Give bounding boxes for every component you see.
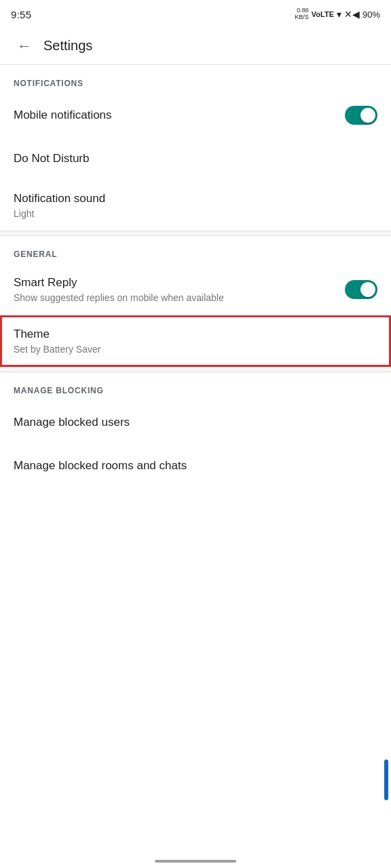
notifications-general-divider bbox=[0, 231, 391, 236]
general-section-header: GENERAL bbox=[0, 236, 391, 264]
back-button[interactable]: ← bbox=[11, 33, 38, 60]
back-arrow-icon: ← bbox=[17, 37, 32, 55]
notifications-section-header: NOTIFICATIONS bbox=[0, 65, 391, 94]
theme-title: Theme bbox=[14, 327, 377, 342]
mobile-notifications-content: Mobile notifications bbox=[14, 108, 345, 123]
smart-reply-toggle[interactable] bbox=[345, 280, 377, 299]
theme-subtitle: Set by Battery Saver bbox=[14, 343, 377, 355]
smart-reply-item[interactable]: Smart Reply Show suggested replies on mo… bbox=[0, 264, 391, 315]
smart-reply-content: Smart Reply Show suggested replies on mo… bbox=[14, 275, 345, 304]
manage-blocked-users-item[interactable]: Manage blocked users bbox=[0, 401, 391, 444]
status-icons: 0.86 KB/S VoLTE ▾ ✕◀ 90% bbox=[295, 7, 380, 21]
toggle-knob bbox=[360, 108, 375, 123]
notification-sound-subtitle: Light bbox=[14, 208, 377, 220]
manage-blocking-section-header: MANAGE BLOCKING bbox=[0, 372, 391, 401]
bottom-navigation-bar bbox=[0, 835, 391, 868]
mobile-notifications-item[interactable]: Mobile notifications bbox=[0, 94, 391, 137]
manage-blocking-section: MANAGE BLOCKING Manage blocked users Man… bbox=[0, 372, 391, 488]
smart-reply-subtitle: Show suggested replies on mobile when av… bbox=[14, 292, 345, 304]
mobile-notifications-title: Mobile notifications bbox=[14, 108, 345, 123]
do-not-disturb-content: Do Not Disturb bbox=[14, 151, 377, 166]
signal-icon: ✕◀ bbox=[344, 9, 360, 20]
notification-sound-content: Notification sound Light bbox=[14, 191, 377, 220]
network-speed: 0.86 KB/S bbox=[295, 7, 309, 21]
manage-blocked-rooms-title: Manage blocked rooms and chats bbox=[14, 458, 377, 473]
notification-sound-title: Notification sound bbox=[14, 191, 377, 206]
scrollbar-indicator[interactable] bbox=[384, 760, 388, 800]
smart-reply-toggle-knob bbox=[360, 282, 375, 297]
battery-percentage: 90% bbox=[362, 9, 380, 20]
mobile-notifications-toggle[interactable] bbox=[345, 106, 377, 125]
volte-icon: VoLTE bbox=[312, 10, 334, 18]
theme-item[interactable]: Theme Set by Battery Saver bbox=[0, 315, 391, 367]
manage-blocked-users-title: Manage blocked users bbox=[14, 415, 377, 430]
notification-sound-item[interactable]: Notification sound Light bbox=[0, 180, 391, 231]
page-title: Settings bbox=[43, 38, 92, 54]
status-time: 9:55 bbox=[11, 9, 31, 20]
manage-blocked-rooms-content: Manage blocked rooms and chats bbox=[14, 458, 377, 473]
status-bar: 9:55 0.86 KB/S VoLTE ▾ ✕◀ 90% bbox=[0, 0, 391, 27]
manage-blocked-rooms-item[interactable]: Manage blocked rooms and chats bbox=[0, 444, 391, 488]
wifi-icon: ▾ bbox=[337, 9, 341, 20]
general-blocking-divider bbox=[0, 367, 391, 372]
general-section: GENERAL Smart Reply Show suggested repli… bbox=[0, 236, 391, 367]
home-indicator bbox=[155, 860, 236, 863]
manage-blocked-users-content: Manage blocked users bbox=[14, 415, 377, 430]
theme-content: Theme Set by Battery Saver bbox=[14, 327, 377, 355]
notifications-section: NOTIFICATIONS Mobile notifications Do No… bbox=[0, 65, 391, 231]
page-header: ← Settings bbox=[0, 27, 391, 65]
do-not-disturb-item[interactable]: Do Not Disturb bbox=[0, 137, 391, 180]
do-not-disturb-title: Do Not Disturb bbox=[14, 151, 377, 166]
smart-reply-title: Smart Reply bbox=[14, 275, 345, 290]
